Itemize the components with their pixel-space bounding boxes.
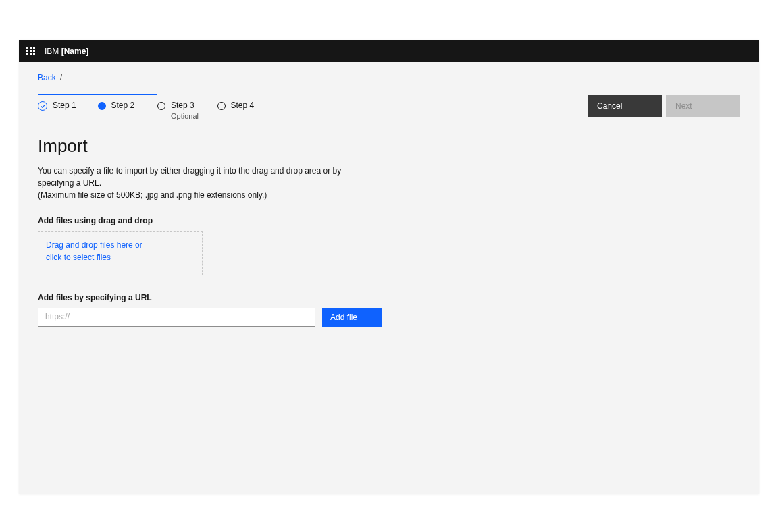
checkmark-circle-icon xyxy=(38,101,47,111)
page-title: Import xyxy=(38,136,740,157)
circle-outline-icon xyxy=(217,102,226,110)
url-input[interactable] xyxy=(38,308,315,327)
app-switcher-icon[interactable] xyxy=(26,47,35,55)
step-label: Step 1 xyxy=(53,101,76,111)
description-line2: (Maximum file size of 500KB; .jpg and .p… xyxy=(38,190,267,200)
breadcrumb-separator: / xyxy=(60,73,62,82)
global-header: IBM [Name] xyxy=(19,40,759,62)
dragdrop-section-label: Add files using drag and drop xyxy=(38,216,740,225)
header-product-name: [Name] xyxy=(61,47,89,56)
step-label: Step 4 xyxy=(231,101,255,111)
progress-step-3[interactable]: Step 3 Optional xyxy=(157,95,217,121)
cancel-button[interactable]: Cancel xyxy=(588,95,662,117)
url-section-label: Add files by specifying a URL xyxy=(38,293,740,302)
page-description: You can specify a file to import by eith… xyxy=(38,165,348,201)
next-button[interactable]: Next xyxy=(666,95,740,117)
progress-indicator: Step 1 Step 2 Step 3 Optional xyxy=(38,95,277,121)
step-label: Step 3 xyxy=(171,101,199,111)
add-file-button[interactable]: Add file xyxy=(322,308,382,327)
breadcrumb-back-link[interactable]: Back xyxy=(38,73,56,82)
breadcrumb: Back / xyxy=(38,73,740,82)
circle-outline-icon xyxy=(157,102,165,110)
circle-filled-icon xyxy=(98,102,106,110)
step-sublabel: Optional xyxy=(171,111,199,121)
header-brand: IBM xyxy=(45,47,59,56)
dropzone-text: Drag and drop files here or click to sel… xyxy=(46,239,144,263)
action-buttons: Cancel Next xyxy=(588,95,740,117)
progress-step-1[interactable]: Step 1 xyxy=(38,95,98,121)
header-title: IBM [Name] xyxy=(45,47,88,56)
progress-step-4[interactable]: Step 4 xyxy=(217,95,278,121)
progress-step-2[interactable]: Step 2 xyxy=(98,95,158,121)
file-dropzone[interactable]: Drag and drop files here or click to sel… xyxy=(38,231,203,275)
description-line1: You can specify a file to import by eith… xyxy=(38,166,341,188)
step-label: Step 2 xyxy=(111,101,135,111)
app-container: IBM [Name] Back / Step 1 xyxy=(19,40,759,494)
